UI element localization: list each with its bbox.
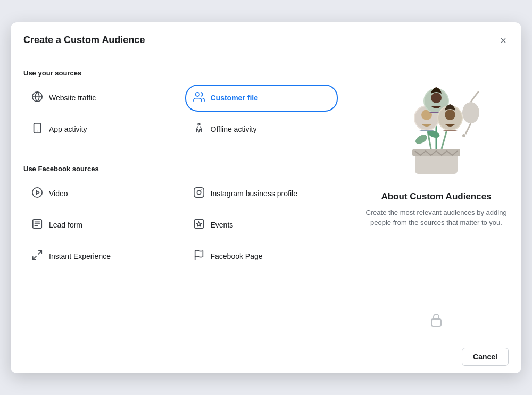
facebook-sources-label: Use Facebook sources: [23, 165, 338, 173]
app-activity-label: App activity: [49, 124, 87, 134]
modal: Create a Custom Audience × Use your sour…: [11, 22, 521, 373]
option-events[interactable]: Events: [185, 212, 338, 239]
leadform-icon: [31, 218, 44, 232]
lock-section: [430, 304, 443, 329]
instagram-icon: [193, 187, 205, 201]
left-panel: Use your sources Website traffic: [11, 54, 351, 340]
instant-experience-label: Instant Experience: [49, 251, 111, 261]
divider: [23, 154, 338, 154]
flag-icon: [193, 249, 205, 264]
expand-icon: [31, 249, 44, 264]
option-app-activity[interactable]: App activity: [23, 116, 177, 143]
facebook-sources-grid: Video Instagram business profile: [23, 180, 338, 270]
option-facebook-page[interactable]: Facebook Page: [185, 243, 338, 270]
facebook-page-label: Facebook Page: [211, 251, 263, 261]
cancel-button[interactable]: Cancel: [462, 348, 509, 366]
option-offline-activity[interactable]: Offline activity: [185, 116, 338, 143]
mobile-icon: [31, 122, 44, 137]
about-description: Create the most relevant audiences by ad…: [364, 207, 509, 228]
instagram-label: Instagram business profile: [211, 189, 297, 198]
modal-title: Create a Custom Audience: [23, 35, 145, 46]
svg-line-16: [38, 250, 41, 254]
star-icon: [193, 218, 205, 232]
modal-footer: Cancel: [11, 340, 521, 373]
your-sources-grid: Website traffic Customer file: [23, 85, 338, 143]
svg-rect-14: [194, 219, 203, 228]
svg-point-34: [445, 110, 455, 120]
option-lead-form[interactable]: Lead form: [23, 212, 177, 239]
option-instant-experience[interactable]: Instant Experience: [23, 243, 177, 270]
lead-form-label: Lead form: [49, 220, 82, 230]
svg-point-23: [462, 134, 466, 137]
your-sources-label: Use your sources: [23, 69, 338, 77]
svg-rect-8: [194, 187, 203, 197]
option-customer-file[interactable]: Customer file: [185, 85, 338, 112]
svg-line-22: [466, 123, 471, 134]
customer-file-label: Customer file: [211, 93, 258, 103]
modal-body: Use your sources Website traffic: [11, 54, 521, 340]
svg-rect-35: [431, 319, 441, 326]
modal-header: Create a Custom Audience ×: [11, 22, 521, 54]
svg-marker-7: [36, 190, 39, 194]
video-label: Video: [49, 189, 68, 198]
lock-icon: [430, 313, 443, 329]
svg-line-17: [33, 256, 36, 259]
svg-point-31: [431, 93, 442, 103]
option-instagram[interactable]: Instagram business profile: [185, 180, 338, 207]
about-title: About Custom Audiences: [381, 191, 491, 202]
events-label: Events: [211, 220, 234, 230]
globe-icon: [31, 91, 44, 105]
walk-icon: [193, 122, 205, 137]
svg-point-21: [462, 102, 479, 123]
svg-point-2: [195, 92, 199, 96]
svg-point-5: [198, 123, 200, 125]
right-panel: About Custom Audiences Create the most r…: [351, 54, 521, 340]
svg-rect-3: [34, 123, 41, 132]
svg-marker-15: [196, 221, 201, 226]
play-icon: [31, 187, 44, 201]
offline-activity-label: Offline activity: [211, 124, 257, 134]
close-button[interactable]: ×: [498, 33, 509, 48]
illustration: [364, 65, 509, 182]
option-video[interactable]: Video: [23, 180, 177, 207]
people-icon: [193, 91, 205, 105]
modal-backdrop: Create a Custom Audience × Use your sour…: [0, 0, 532, 395]
option-website-traffic[interactable]: Website traffic: [23, 85, 177, 112]
svg-point-6: [32, 187, 42, 197]
website-traffic-label: Website traffic: [49, 93, 96, 103]
svg-point-24: [414, 132, 429, 145]
